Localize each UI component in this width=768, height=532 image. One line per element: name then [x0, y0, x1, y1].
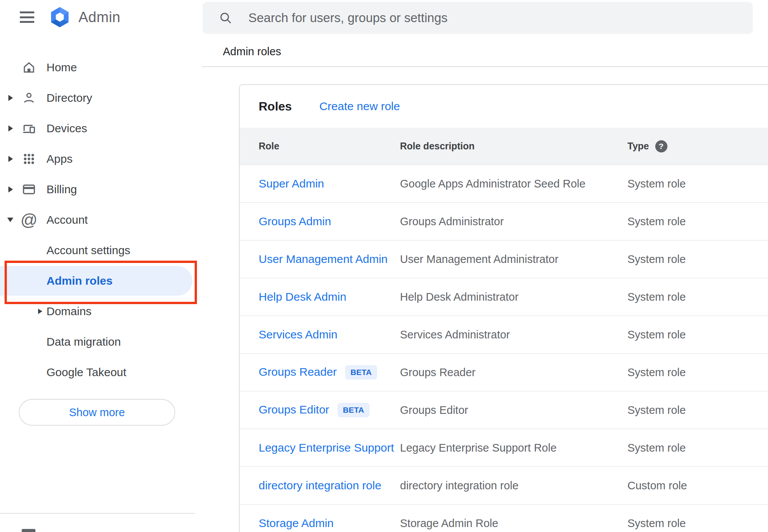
sidebar-item-label: Billing [46, 183, 77, 196]
role-description: Services Administrator [400, 328, 627, 341]
menu-icon[interactable] [20, 11, 34, 23]
table-row: User Management Admin User Management Ad… [240, 240, 768, 278]
role-link[interactable]: Groups Editor [259, 403, 329, 416]
sidebar-item-billing[interactable]: Billing [0, 174, 202, 205]
sidebar-item-label: Domains [46, 305, 91, 318]
credit-card-icon [22, 182, 36, 197]
table-row: Storage Admin Storage Admin Role System … [240, 504, 768, 532]
main-content: Admin roles Roles Create new role Role R… [202, 0, 768, 532]
role-link[interactable]: Super Admin [259, 177, 324, 190]
role-link[interactable]: User Management Admin [259, 253, 388, 265]
role-description: Help Desk Administrator [400, 291, 627, 303]
partial-bottom-icon [22, 529, 35, 532]
role-type: System role [627, 328, 768, 341]
role-description: directory integration role [400, 479, 627, 492]
panel-title: Roles [259, 99, 292, 114]
search-input[interactable] [248, 10, 753, 26]
table-row: directory integration role directory int… [240, 466, 768, 504]
sidebar-item-account[interactable]: @ Account [0, 205, 202, 235]
table-row: Legacy Enterprise Support Legacy Enterpr… [240, 429, 768, 466]
roles-panel: Roles Create new role Role Role descript… [239, 84, 768, 532]
help-icon[interactable]: ? [655, 140, 667, 152]
chevron-right-icon[interactable] [8, 186, 13, 192]
sidebar-item-label: Data migration [46, 335, 121, 348]
sidebar-item-devices[interactable]: Devices [0, 113, 202, 144]
search-bar[interactable] [203, 2, 753, 34]
role-description: Groups Administrator [400, 215, 627, 228]
home-icon [22, 60, 36, 75]
sidebar-item-label: Home [46, 61, 77, 74]
admin-logo-icon [49, 6, 71, 28]
role-type: System role [627, 366, 768, 379]
sidebar-item-label: Directory [46, 91, 92, 104]
role-type: Custom role [627, 479, 768, 492]
sidebar-item-label: Google Takeout [46, 366, 126, 379]
role-type: System role [627, 215, 768, 228]
role-description: User Management Administrator [400, 253, 627, 266]
chevron-right-icon[interactable] [8, 156, 13, 162]
devices-icon [22, 121, 36, 136]
create-new-role-link[interactable]: Create new role [319, 100, 400, 113]
app-title: Admin [78, 9, 120, 26]
table-row: Groups Admin Groups Administrator System… [240, 202, 768, 240]
sidebar-item-domains[interactable]: Domains [0, 296, 202, 327]
chevron-right-icon[interactable] [8, 125, 13, 131]
sidebar-item-google-takeout[interactable]: Google Takeout [0, 357, 202, 388]
column-header-role: Role [240, 141, 400, 152]
column-header-type: Type [627, 141, 649, 152]
role-type: System role [627, 178, 768, 190]
role-description: Google Apps Administrator Seed Role [400, 178, 627, 190]
sidebar-item-data-migration[interactable]: Data migration [0, 327, 202, 357]
role-link[interactable]: directory integration role [259, 479, 381, 492]
role-type: System role [627, 291, 768, 303]
header-divider [202, 66, 768, 67]
table-header-row: Role Role description Type ? [240, 128, 768, 165]
apps-grid-icon [22, 152, 36, 166]
role-type: System role [627, 517, 768, 530]
chevron-down-icon[interactable] [7, 218, 13, 222]
sidebar-header: Admin [0, 0, 202, 34]
sidebar-item-label: Devices [46, 122, 87, 135]
role-type: System role [627, 442, 768, 454]
role-description: Groups Reader [400, 366, 627, 379]
sidebar-item-admin-roles[interactable]: Admin roles [0, 266, 202, 296]
sidebar-item-directory[interactable]: Directory [0, 83, 202, 113]
roles-panel-header: Roles Create new role [240, 85, 768, 128]
sidebar-item-label: Admin roles [46, 274, 112, 287]
beta-badge: BETA [345, 365, 377, 380]
sidebar: Admin Home Directory [0, 0, 202, 532]
role-link[interactable]: Help Desk Admin [259, 290, 346, 303]
sidebar-item-account-settings[interactable]: Account settings [0, 235, 202, 266]
role-description: Groups Editor [400, 404, 627, 417]
sidebar-item-apps[interactable]: Apps [0, 144, 202, 174]
sidebar-nav: Home Directory Devices [0, 52, 202, 388]
sidebar-item-label: Account settings [46, 244, 130, 257]
breadcrumb: Admin roles [223, 45, 281, 58]
table-row: Services Admin Services Administrator Sy… [240, 316, 768, 353]
table-row: Help Desk Admin Help Desk Administrator … [240, 278, 768, 316]
table-row: Groups ReaderBETA Groups Reader System r… [240, 353, 768, 391]
role-description: Storage Admin Role [400, 517, 627, 530]
search-icon [219, 11, 232, 25]
role-link[interactable]: Storage Admin [259, 517, 334, 529]
sidebar-item-label: Apps [46, 152, 72, 165]
role-link[interactable]: Services Admin [259, 328, 338, 341]
at-sign-icon: @ [22, 213, 36, 227]
sidebar-item-home[interactable]: Home [0, 52, 202, 83]
role-link[interactable]: Legacy Enterprise Support [259, 441, 394, 454]
show-more-button[interactable]: Show more [19, 399, 175, 426]
sidebar-item-label: Account [46, 213, 88, 226]
role-type: System role [627, 404, 768, 417]
person-icon [22, 91, 36, 105]
beta-badge: BETA [338, 403, 370, 417]
role-link[interactable]: Groups Admin [259, 215, 331, 228]
chevron-right-icon[interactable] [8, 95, 13, 101]
chevron-right-icon[interactable] [38, 309, 42, 314]
table-row: Super Admin Google Apps Administrator Se… [240, 165, 768, 202]
column-header-description: Role description [400, 141, 627, 152]
role-description: Legacy Enterprise Support Role [400, 442, 627, 454]
role-type: System role [627, 253, 768, 266]
sidebar-divider [0, 513, 195, 514]
role-link[interactable]: Groups Reader [259, 365, 337, 378]
table-row: Groups EditorBETA Groups Editor System r… [240, 391, 768, 429]
